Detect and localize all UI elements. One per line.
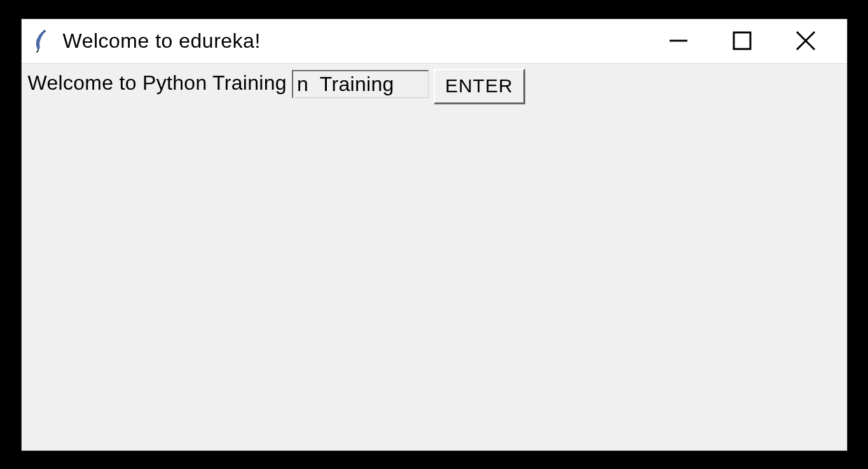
minimize-button[interactable]: [663, 25, 694, 57]
enter-button[interactable]: ENTER: [434, 69, 525, 104]
svg-rect-1: [734, 32, 750, 49]
close-button[interactable]: [790, 25, 822, 57]
welcome-label: Welcome to Python Training: [28, 69, 287, 95]
training-input[interactable]: [292, 70, 429, 98]
maximize-button[interactable]: [726, 25, 758, 57]
titlebar: Welcome to edureka!: [22, 19, 847, 64]
window-title: Welcome to edureka!: [63, 29, 663, 53]
tkinter-window: Welcome to edureka! Welcome to Python: [21, 18, 848, 451]
titlebar-controls: [663, 25, 847, 57]
content-area: Welcome to Python Training ENTER: [22, 64, 847, 451]
feather-icon: [31, 28, 50, 53]
